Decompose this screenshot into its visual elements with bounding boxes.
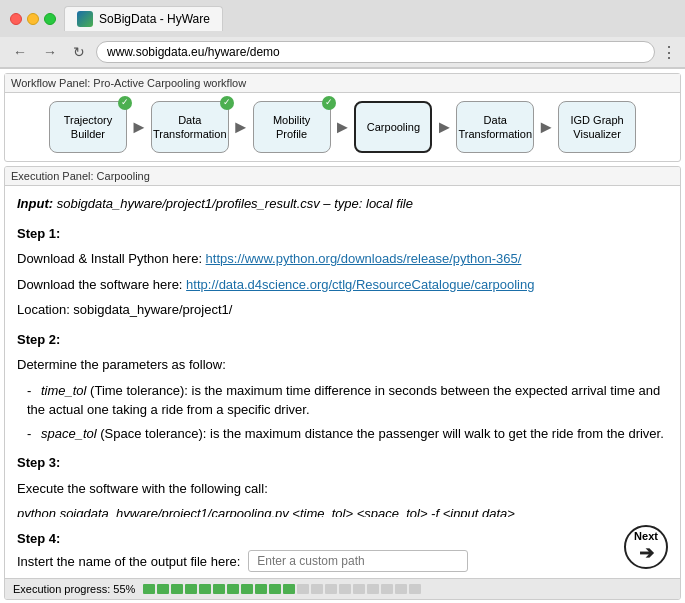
progress-track — [143, 584, 672, 594]
main-content: Workflow Panel: Pro-Active Carpooling wo… — [0, 69, 685, 603]
workflow-arrow-1: ► — [130, 117, 148, 138]
time-tol-label: time_tol — [41, 383, 87, 398]
space-tol-label: space_tol — [41, 426, 97, 441]
progress-segment-14 — [339, 584, 351, 594]
close-button[interactable] — [10, 13, 22, 25]
nav-bar: ← → ↻ ⋮ — [0, 37, 685, 68]
browser-chrome: SoBigData - HyWare ← → ↻ ⋮ — [0, 0, 685, 69]
workflow-node-data-transformation-2[interactable]: Data Transformation — [456, 101, 534, 153]
workflow-node-label-data-transformation-2: Data Transformation — [458, 113, 532, 142]
step1-line1-text: Download & Install Python here: — [17, 251, 206, 266]
parameters-list: time_tol (Time tolerance): is the maximu… — [17, 381, 668, 444]
input-value: sobigdata_hyware/project1/profiles_resul… — [57, 196, 413, 211]
progress-segment-10 — [283, 584, 295, 594]
checkmark-icon-trajectory-builder: ✓ — [118, 96, 132, 110]
step1-line1: Download & Install Python here: https://… — [17, 249, 668, 269]
progress-segment-8 — [255, 584, 267, 594]
execution-content: Input: sobigdata_hyware/project1/profile… — [5, 186, 680, 517]
forward-button[interactable]: → — [38, 42, 62, 62]
workflow-node-data-transformation-1[interactable]: Data Transformation✓ — [151, 101, 229, 153]
maximize-button[interactable] — [44, 13, 56, 25]
title-bar: SoBigData - HyWare — [0, 0, 685, 37]
python-download-link[interactable]: https://www.python.org/downloads/release… — [206, 251, 522, 266]
workflow-arrow-2: ► — [232, 117, 250, 138]
progress-segment-17 — [381, 584, 393, 594]
step4-title: Step 4: — [17, 531, 468, 546]
progress-segment-0 — [143, 584, 155, 594]
progress-segment-3 — [185, 584, 197, 594]
step1-line2: Download the software here: http://data.… — [17, 275, 668, 295]
back-button[interactable]: ← — [8, 42, 32, 62]
next-label: Next — [634, 530, 658, 542]
minimize-button[interactable] — [27, 13, 39, 25]
bullet2: space_tol (Space tolerance): is the maxi… — [27, 424, 668, 444]
step1-line2-text: Download the software here: — [17, 277, 186, 292]
workflow-node-label-carpooling: Carpooling — [367, 120, 420, 134]
workflow-node-label-mobility-profile: Mobility Profile — [258, 113, 326, 142]
progress-segment-5 — [213, 584, 225, 594]
bottom-row: Step 4: Instert the name of the output f… — [5, 517, 680, 578]
tab-label: SoBigData - HyWare — [99, 12, 210, 26]
progress-segment-9 — [269, 584, 281, 594]
progress-segment-4 — [199, 584, 211, 594]
next-button[interactable]: Next ➔ — [624, 525, 668, 569]
progress-segment-19 — [409, 584, 421, 594]
progress-segment-7 — [241, 584, 253, 594]
step3-title: Step 3: — [17, 453, 668, 473]
workflow-node-label-igd-graph-visualizer: IGD Graph Visualizer — [570, 113, 623, 142]
workflow-panel: Workflow Panel: Pro-Active Carpooling wo… — [4, 73, 681, 162]
input-line: Input: sobigdata_hyware/project1/profile… — [17, 194, 668, 214]
execution-panel-title: Execution Panel: Carpooling — [5, 167, 680, 186]
refresh-button[interactable]: ↻ — [68, 42, 90, 62]
workflow-node-label-trajectory-builder: Trajectory Builder — [64, 113, 113, 142]
step1-line3: Location: sobigdata_hyware/project1/ — [17, 300, 668, 320]
progress-segment-16 — [367, 584, 379, 594]
browser-tab[interactable]: SoBigData - HyWare — [64, 6, 223, 31]
traffic-lights — [10, 13, 56, 25]
workflow-arrow-4: ► — [435, 117, 453, 138]
bullet1-rest: (Time tolerance): is the maximum time di… — [27, 383, 660, 418]
workflow-node-igd-graph-visualizer[interactable]: IGD Graph Visualizer — [558, 101, 636, 153]
workflow-node-mobility-profile[interactable]: Mobility Profile✓ — [253, 101, 331, 153]
workflow-node-carpooling[interactable]: Carpooling — [354, 101, 432, 153]
step3-line1: Execute the software with the following … — [17, 479, 668, 499]
sobigdata-logo — [77, 11, 93, 27]
workflow-node-label-data-transformation-1: Data Transformation — [153, 113, 227, 142]
checkmark-icon-data-transformation-1: ✓ — [220, 96, 234, 110]
menu-dots-icon[interactable]: ⋮ — [661, 43, 677, 62]
progress-label: Execution progress: 55% — [13, 583, 135, 595]
software-download-link[interactable]: http://data.d4science.org/ctlg/ResourceC… — [186, 277, 534, 292]
progress-bar-row: Execution progress: 55% — [5, 578, 680, 599]
progress-segment-6 — [227, 584, 239, 594]
execution-panel: Execution Panel: Carpooling Input: sobig… — [4, 166, 681, 600]
workflow-arrow-5: ► — [537, 117, 555, 138]
progress-segment-11 — [297, 584, 309, 594]
address-bar[interactable] — [96, 41, 655, 63]
workflow-node-trajectory-builder[interactable]: Trajectory Builder✓ — [49, 101, 127, 153]
step2-title: Step 2: — [17, 330, 668, 350]
workflow-panel-title: Workflow Panel: Pro-Active Carpooling wo… — [5, 74, 680, 93]
workflow-arrow-3: ► — [334, 117, 352, 138]
output-file-input[interactable] — [248, 550, 468, 572]
bullet1: time_tol (Time tolerance): is the maximu… — [27, 381, 668, 420]
step3-command-text: python soigdata_hyware/project1/carpooli… — [17, 506, 515, 517]
progress-segment-15 — [353, 584, 365, 594]
checkmark-icon-mobility-profile: ✓ — [322, 96, 336, 110]
step2-intro: Determine the parameters as follow: — [17, 355, 668, 375]
step3-command: python soigdata_hyware/project1/carpooli… — [17, 504, 668, 517]
step1-title: Step 1: — [17, 224, 668, 244]
progress-segment-2 — [171, 584, 183, 594]
progress-segment-1 — [157, 584, 169, 594]
step4-row: Instert the name of the output file here… — [17, 550, 468, 572]
progress-segment-13 — [325, 584, 337, 594]
step4-section: Step 4: Instert the name of the output f… — [17, 521, 468, 572]
next-arrow-icon: ➔ — [639, 542, 654, 564]
step4-label: Instert the name of the output file here… — [17, 554, 240, 569]
workflow-nodes: Trajectory Builder✓►Data Transformation✓… — [5, 93, 680, 161]
progress-segment-12 — [311, 584, 323, 594]
input-label: Input: — [17, 196, 53, 211]
bullet2-rest: (Space tolerance): is the maximum distan… — [97, 426, 664, 441]
progress-segment-18 — [395, 584, 407, 594]
